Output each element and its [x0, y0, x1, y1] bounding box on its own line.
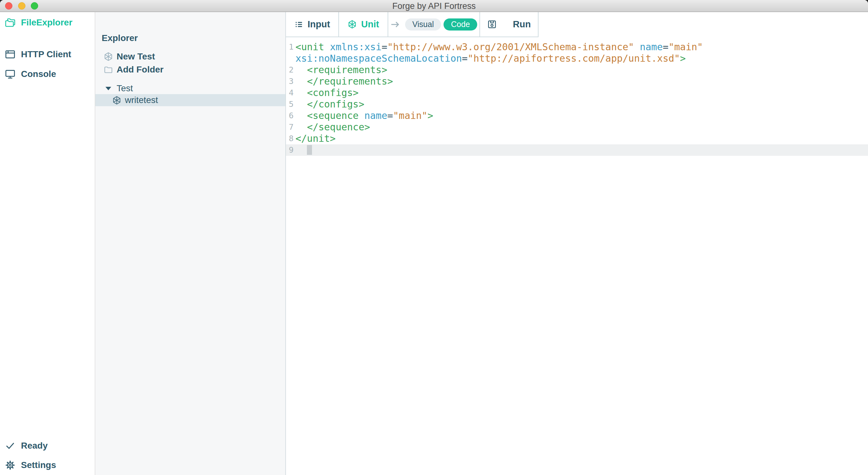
line-number: 7 — [286, 121, 293, 133]
cube-icon — [103, 52, 113, 61]
tab-input-label: Input — [308, 19, 330, 30]
save-icon[interactable] — [487, 20, 497, 29]
code-line[interactable]: xsi:noNamespaceSchemaLocation="http://ap… — [286, 53, 868, 64]
tree-folder-label: Test — [117, 83, 133, 93]
sidebar-item-file-explorer[interactable]: FileExplorer — [0, 14, 95, 31]
run-section: Run — [480, 12, 538, 37]
line-number: 5 — [286, 98, 293, 110]
line-number: 2 — [286, 64, 293, 76]
line-number: 1 — [286, 41, 293, 53]
editor-area: Input Unit Visual Code — [286, 12, 868, 475]
visual-mode-button[interactable]: Visual — [405, 19, 441, 31]
sidebar-item-http-client[interactable]: HTTP Client — [0, 46, 95, 63]
code-mode-button[interactable]: Code — [443, 19, 477, 31]
tab-unit[interactable]: Unit — [339, 12, 388, 37]
code-editor[interactable]: 1<unit xmlns:xsi="http://www.w3.org/2001… — [286, 38, 868, 475]
tab-unit-label: Unit — [361, 19, 379, 30]
add-folder-label: Add Folder — [117, 64, 164, 75]
line-number: 8 — [286, 133, 293, 144]
code-line[interactable]: 6 <sequence name="main"> — [286, 110, 868, 121]
add-folder-button[interactable]: Add Folder — [95, 63, 285, 77]
tab-input[interactable]: Input — [286, 12, 339, 37]
explorer-panel: Explorer New Test Add Folder Test — [95, 12, 286, 475]
code-line[interactable]: 7 </sequence> — [286, 121, 868, 133]
check-icon — [4, 440, 16, 452]
sidebar-item-label: HTTP Client — [21, 49, 71, 59]
tree-item-writetest[interactable]: writetest — [95, 94, 285, 106]
code-line[interactable]: 4 <configs> — [286, 87, 868, 98]
code-line[interactable]: 9 — [286, 144, 868, 156]
code-line[interactable]: 1<unit xmlns:xsi="http://www.w3.org/2001… — [286, 41, 868, 53]
list-icon — [294, 20, 303, 29]
status-label: Ready — [21, 441, 48, 451]
sidebar-item-console[interactable]: Console — [0, 65, 95, 83]
cube-icon — [112, 96, 121, 105]
run-button[interactable]: Run — [513, 19, 531, 30]
line-number: 6 — [286, 110, 293, 121]
tree-folder-test[interactable]: Test — [95, 81, 285, 95]
view-mode-switch: Visual Code — [388, 12, 480, 37]
cube-icon — [348, 20, 357, 29]
folder-icon — [103, 65, 113, 75]
new-test-label: New Test — [117, 52, 155, 62]
explorer-title: Explorer — [102, 33, 138, 43]
sidebar-item-label: Console — [21, 69, 56, 79]
editor-toolbar: Input Unit Visual Code — [286, 12, 868, 37]
line-number: 4 — [286, 87, 293, 98]
sidebar-item-label: FileExplorer — [21, 18, 72, 28]
chevron-down-icon[interactable] — [105, 87, 111, 90]
code-line[interactable]: 5 </configs> — [286, 98, 868, 110]
code-line[interactable]: 3 </requirements> — [286, 76, 868, 87]
line-number: 3 — [286, 76, 293, 87]
folders-icon — [4, 17, 16, 29]
code-line[interactable]: 8</unit> — [286, 133, 868, 144]
new-test-button[interactable]: New Test — [95, 50, 285, 64]
app-window: Forge by API Fortress FileExplorer HTTP … — [0, 0, 868, 475]
line-number — [286, 53, 293, 64]
code-line[interactable]: 2 <requirements> — [286, 64, 868, 76]
code-lines: 1<unit xmlns:xsi="http://www.w3.org/2001… — [286, 41, 868, 156]
side-nav: FileExplorer HTTP Client Console — [0, 12, 95, 475]
tree-item-label: writetest — [125, 95, 158, 105]
sidebar-item-label: Settings — [21, 460, 56, 470]
gear-icon — [4, 459, 16, 471]
text-cursor — [307, 145, 312, 155]
monitor-icon — [4, 68, 16, 80]
arrow-right-icon — [391, 20, 400, 29]
window-title: Forge by API Fortress — [0, 0, 868, 11]
status-item-ready[interactable]: Ready — [0, 437, 95, 455]
line-number: 9 — [286, 144, 293, 156]
titlebar: Forge by API Fortress — [0, 0, 868, 12]
browser-window-icon — [4, 48, 16, 60]
sidebar-item-settings[interactable]: Settings — [0, 456, 95, 474]
